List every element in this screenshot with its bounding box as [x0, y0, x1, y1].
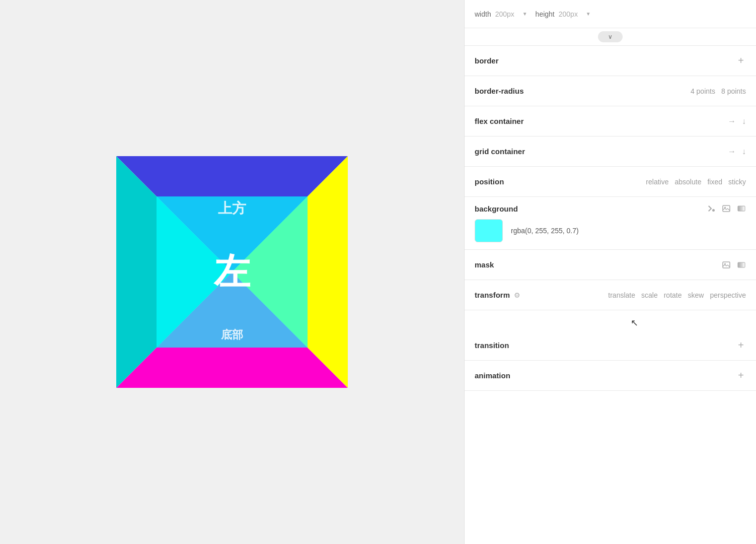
svg-rect-6	[723, 262, 730, 268]
animation-label: animation	[475, 371, 510, 380]
height-dropdown-icon[interactable]: ▼	[586, 11, 591, 17]
transform-perspective-button[interactable]: perspective	[710, 291, 746, 299]
transition-actions: +	[736, 341, 746, 351]
background-preview-row: rgba(0, 255, 255, 0.7)	[475, 219, 746, 242]
mask-actions	[722, 260, 746, 269]
border-radius-actions: 4 points 8 points	[691, 87, 746, 95]
border-radius-label: border-radius	[475, 87, 524, 95]
width-label: width	[475, 10, 491, 18]
height-input-group[interactable]: 200px ▼	[559, 10, 591, 18]
mask-label: mask	[475, 260, 494, 269]
animation-actions: +	[736, 371, 746, 381]
transform-label: transform	[475, 291, 510, 299]
bg-solid-icon[interactable]	[707, 204, 716, 213]
height-group: height 200px ▼	[536, 10, 591, 18]
height-value: 200px	[559, 10, 584, 18]
border-radius-4-button[interactable]: 4 points	[691, 87, 715, 95]
flex-arrow-down-icon[interactable]: ↓	[742, 117, 746, 126]
height-label: height	[536, 10, 555, 18]
collapse-button[interactable]: ∨	[598, 31, 623, 42]
mask-gradient-icon[interactable]	[737, 260, 746, 269]
flex-container-row: flex container → ↓	[465, 106, 756, 137]
grid-container-actions: → ↓	[728, 147, 746, 156]
position-absolute-button[interactable]: absolute	[674, 178, 701, 186]
transform-row: transform ⚙ translate scale rotate skew …	[465, 280, 756, 310]
transform-translate-button[interactable]: translate	[608, 291, 635, 299]
bg-gradient-icon[interactable]	[737, 204, 746, 213]
transition-add-button[interactable]: +	[736, 341, 746, 351]
transform-label-group: transform ⚙	[475, 291, 520, 299]
svg-rect-0	[712, 209, 715, 212]
width-dropdown-icon[interactable]: ▼	[522, 11, 527, 17]
position-label: position	[475, 177, 504, 186]
transform-skew-button[interactable]: skew	[688, 291, 704, 299]
position-actions: relative absolute fixed sticky	[646, 178, 746, 186]
svg-rect-8	[738, 262, 745, 267]
background-header: background	[475, 204, 746, 213]
bg-image-icon[interactable]	[722, 204, 731, 213]
collapsed-row: ∨	[465, 28, 756, 46]
position-sticky-button[interactable]: sticky	[728, 178, 746, 186]
animation-add-button[interactable]: +	[736, 371, 746, 381]
transform-scale-button[interactable]: scale	[641, 291, 658, 299]
collapse-icon: ∨	[608, 33, 613, 40]
text-center: 左	[214, 253, 250, 290]
transition-label: transition	[475, 341, 509, 350]
grid-container-row: grid container → ↓	[465, 137, 756, 167]
grid-arrow-right-icon[interactable]: →	[728, 147, 736, 156]
position-relative-button[interactable]: relative	[646, 178, 668, 186]
border-actions: +	[736, 56, 746, 66]
animation-row: animation +	[465, 361, 756, 391]
canvas-area: 上方 左 底部	[0, 0, 464, 544]
properties-panel: width 200px ▼ height 200px ▼ ∨ border + …	[464, 0, 756, 544]
svg-point-7	[724, 263, 726, 264]
transform-gear-icon[interactable]: ⚙	[514, 291, 520, 299]
flex-container-actions: → ↓	[728, 117, 746, 126]
color-swatch[interactable]	[475, 219, 503, 242]
transition-row: transition +	[465, 330, 756, 361]
text-bottom: 底部	[221, 327, 243, 343]
background-label: background	[475, 205, 518, 213]
color-value: rgba(0, 255, 255, 0.7)	[511, 227, 579, 235]
width-value: 200px	[495, 10, 520, 18]
transform-actions: translate scale rotate skew perspective	[608, 291, 746, 299]
border-radius-row: border-radius 4 points 8 points	[465, 76, 756, 106]
background-section: background	[465, 197, 756, 250]
flex-arrow-right-icon[interactable]: →	[728, 117, 736, 126]
cursor-area: ↖	[465, 310, 756, 330]
grid-arrow-down-icon[interactable]: ↓	[742, 147, 746, 156]
width-input-group[interactable]: 200px ▼	[495, 10, 527, 18]
inner-box: 上方 左 底部	[157, 196, 308, 348]
dimension-row: width 200px ▼ height 200px ▼	[465, 0, 756, 28]
background-actions	[707, 204, 746, 213]
position-row: position relative absolute fixed sticky	[465, 167, 756, 197]
text-top: 上方	[218, 201, 246, 216]
svg-rect-1	[723, 206, 730, 212]
position-fixed-button[interactable]: fixed	[707, 178, 722, 186]
svg-point-2	[724, 207, 726, 209]
flex-container-label: flex container	[475, 117, 524, 125]
grid-container-label: grid container	[475, 147, 525, 156]
svg-rect-3	[738, 206, 745, 211]
cursor-icon: ↖	[631, 317, 638, 328]
border-radius-8-button[interactable]: 8 points	[721, 87, 746, 95]
mask-image-icon[interactable]	[722, 260, 731, 269]
border-row: border +	[465, 46, 756, 76]
preview-container: 上方 左 底部	[116, 156, 348, 388]
transform-rotate-button[interactable]: rotate	[664, 291, 682, 299]
border-label: border	[475, 56, 499, 65]
border-add-button[interactable]: +	[736, 56, 746, 66]
mask-row: mask	[465, 250, 756, 280]
width-group: width 200px ▼	[475, 10, 527, 18]
